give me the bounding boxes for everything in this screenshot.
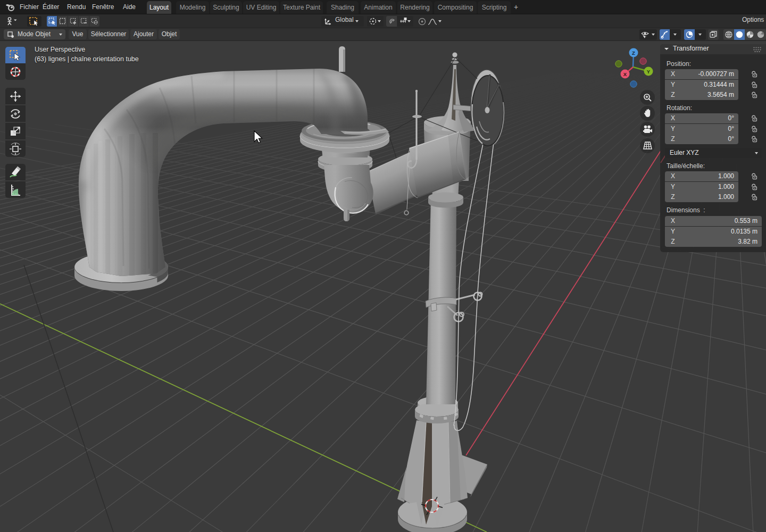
svg-text:Z: Z xyxy=(632,50,635,56)
svg-text:X: X xyxy=(623,71,627,77)
svg-text:Y: Y xyxy=(647,69,651,74)
